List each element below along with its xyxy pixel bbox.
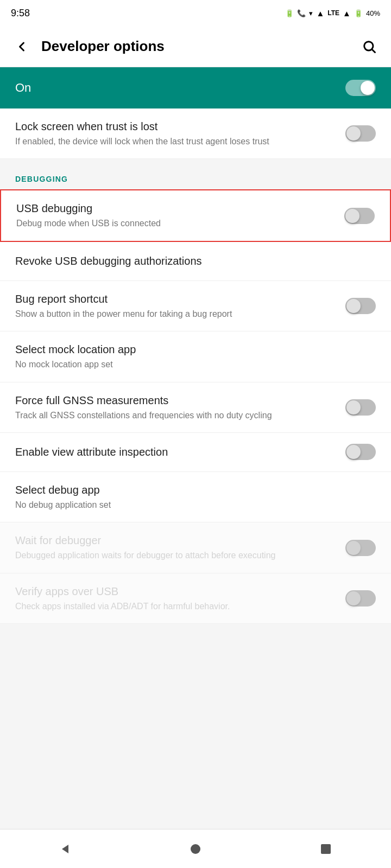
- developer-options-toggle-label: On: [15, 81, 31, 95]
- status-time: 9:58: [11, 8, 30, 19]
- wait-debugger-text: Wait for debugger Debugged application w…: [15, 533, 345, 561]
- usb-debugging-title: USB debugging: [16, 201, 336, 215]
- battery-percent: 40%: [366, 9, 380, 17]
- verify-usb-title: Verify apps over USB: [15, 584, 337, 598]
- debugging-label: DEBUGGING: [15, 175, 68, 183]
- mock-location-subtitle: No mock location app set: [15, 359, 367, 371]
- app-bar: Developer options: [0, 26, 391, 67]
- wait-debugger-subtitle: Debugged application waits for debugger …: [15, 550, 337, 561]
- lock-screen-trust-subtitle: If enabled, the device will lock when th…: [15, 136, 337, 148]
- gnss-title: Force full GNSS measurements: [15, 393, 337, 407]
- debugging-section-header: DEBUGGING: [0, 163, 391, 189]
- status-bar: 9:58 🔋 📞 ▾ ▲ LTE ▲ 🔋 40%: [0, 0, 391, 26]
- svg-point-3: [191, 844, 200, 854]
- revoke-usb-text: Revoke USB debugging authorizations: [15, 254, 376, 268]
- verify-usb-toggle: [345, 590, 376, 607]
- battery-icon: 🔋: [354, 9, 363, 17]
- bug-report-item[interactable]: Bug report shortcut Show a button in the…: [0, 281, 391, 331]
- divider-before-debugging: [0, 159, 391, 163]
- gnss-item[interactable]: Force full GNSS measurements Track all G…: [0, 382, 391, 433]
- verify-usb-item: Verify apps over USB Check apps installe…: [0, 573, 391, 624]
- lock-screen-trust-title: Lock screen when trust is lost: [15, 119, 337, 133]
- debug-app-item[interactable]: Select debug app No debug application se…: [0, 472, 391, 522]
- wait-debugger-toggle: [345, 540, 376, 556]
- verify-usb-text: Verify apps over USB Check apps installe…: [15, 584, 345, 612]
- nav-recent-button[interactable]: [310, 833, 342, 865]
- lock-screen-trust-item[interactable]: Lock screen when trust is lost If enable…: [0, 108, 391, 159]
- view-attribute-title: Enable view attribute inspection: [15, 445, 337, 459]
- bug-report-subtitle: Show a button in the power menu for taki…: [15, 308, 337, 320]
- toggle-thumb: [346, 299, 361, 313]
- developer-options-toggle-header[interactable]: On: [0, 67, 391, 108]
- toggle-thumb: [346, 126, 361, 141]
- mock-location-title: Select mock location app: [15, 342, 367, 356]
- status-icons: 🔋 📞 ▾ ▲ LTE ▲ 🔋 40%: [285, 9, 380, 18]
- signal-icon: ▲: [316, 9, 324, 18]
- bug-report-text: Bug report shortcut Show a button in the…: [15, 292, 345, 320]
- phone-icon: 📞: [297, 9, 306, 17]
- nav-home-button[interactable]: [179, 833, 212, 865]
- gnss-subtitle: Track all GNSS constellations and freque…: [15, 410, 337, 422]
- toggle-thumb: [346, 591, 361, 605]
- bug-report-toggle[interactable]: [345, 298, 376, 314]
- toggle-thumb: [345, 209, 360, 223]
- toggle-thumb: [361, 81, 375, 95]
- lock-screen-trust-text: Lock screen when trust is lost If enable…: [15, 119, 345, 148]
- debug-app-title: Select debug app: [15, 483, 367, 497]
- view-attribute-item[interactable]: Enable view attribute inspection: [0, 433, 391, 472]
- lock-screen-trust-toggle[interactable]: [345, 125, 376, 142]
- wifi-icon: ▾: [309, 9, 313, 17]
- vibrate-icon: 🔋: [285, 9, 294, 17]
- back-button[interactable]: [9, 34, 35, 60]
- usb-debugging-toggle[interactable]: [344, 208, 375, 224]
- revoke-usb-title: Revoke USB debugging authorizations: [15, 254, 367, 268]
- svg-marker-2: [62, 845, 68, 853]
- usb-debugging-text: USB debugging Debug mode when USB is con…: [16, 201, 344, 229]
- developer-options-toggle[interactable]: [345, 80, 376, 96]
- signal-icon2: ▲: [343, 9, 351, 18]
- svg-rect-4: [321, 844, 331, 854]
- nav-back-button[interactable]: [49, 833, 81, 865]
- wait-debugger-title: Wait for debugger: [15, 533, 337, 547]
- mock-location-item[interactable]: Select mock location app No mock locatio…: [0, 331, 391, 382]
- svg-line-1: [372, 49, 375, 52]
- wait-debugger-item: Wait for debugger Debugged application w…: [0, 522, 391, 573]
- debug-app-subtitle: No debug application set: [15, 499, 367, 511]
- gnss-toggle[interactable]: [345, 399, 376, 416]
- page-title: Developer options: [35, 38, 356, 55]
- mock-location-text: Select mock location app No mock locatio…: [15, 342, 376, 371]
- revoke-usb-item[interactable]: Revoke USB debugging authorizations: [0, 242, 391, 281]
- search-button[interactable]: [356, 34, 382, 60]
- toggle-thumb: [346, 541, 361, 555]
- view-attribute-text: Enable view attribute inspection: [15, 445, 345, 459]
- bug-report-title: Bug report shortcut: [15, 292, 337, 306]
- settings-list: Lock screen when trust is lost If enable…: [0, 108, 391, 829]
- usb-debugging-item[interactable]: USB debugging Debug mode when USB is con…: [0, 189, 391, 241]
- gnss-text: Force full GNSS measurements Track all G…: [15, 393, 345, 422]
- debug-app-text: Select debug app No debug application se…: [15, 483, 376, 511]
- verify-usb-subtitle: Check apps installed via ADB/ADT for har…: [15, 601, 337, 612]
- lte-label: LTE: [327, 9, 339, 17]
- view-attribute-toggle[interactable]: [345, 444, 376, 460]
- toggle-thumb: [346, 400, 361, 414]
- usb-debugging-subtitle: Debug mode when USB is connected: [16, 218, 336, 229]
- navigation-bar: [0, 829, 391, 868]
